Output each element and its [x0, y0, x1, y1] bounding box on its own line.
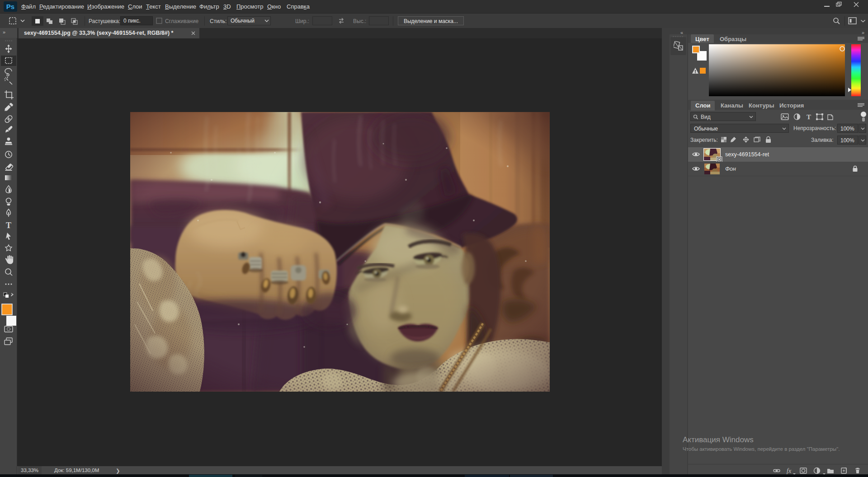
svg-text:fx: fx	[787, 468, 792, 474]
svg-text:T: T	[6, 221, 11, 230]
svg-text:T: T	[807, 113, 811, 121]
